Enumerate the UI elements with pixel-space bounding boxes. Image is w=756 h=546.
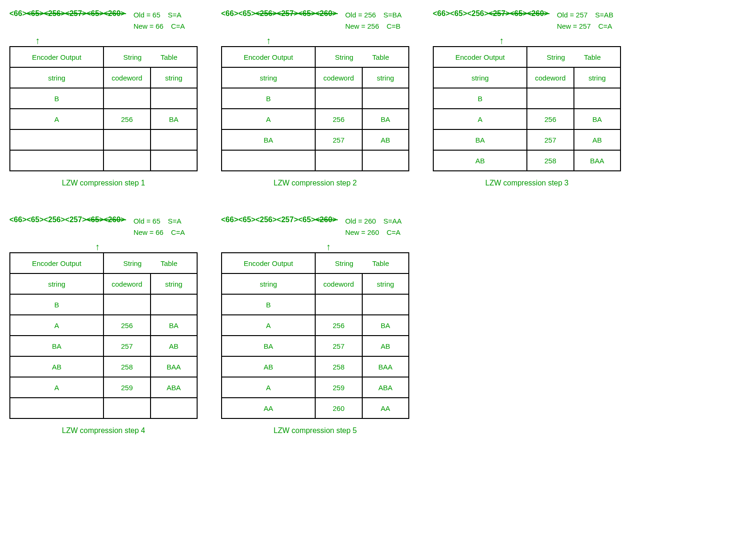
sub-codeword: codeword [527,67,574,88]
encoded-tokens: <66><65><256><257><65><260> [9,216,125,224]
codes-line: <66><65><256><257><65><260>Old = 256S=BA… [221,9,409,32]
cell-codeword [103,129,151,150]
step-table: Encoder OutputStringTablestringcodewords… [221,252,409,419]
table-row: BA257AB [10,336,197,356]
table-row: BA257AB [222,129,409,150]
cell-codeword: 257 [315,336,362,356]
cell-out: BA [10,336,103,356]
token-2: <256> [44,216,65,224]
table-row [222,150,409,171]
token-5: <260> [103,9,125,18]
encoded-tokens: <66><65><256><257><65><260> [221,216,337,224]
panel-step-3: <66><65><256><257><65><260>Old = 257S=AB… [433,9,621,187]
cell-out: B [433,88,527,109]
panel-step-1: <66><65><256><257><65><260>Old = 65S=ANe… [9,9,198,187]
sub-string2: string [151,67,198,88]
cell-codeword: 260 [315,398,362,418]
cell-out: BA [222,336,315,356]
cell-string: BA [362,315,409,336]
token-4: <65> [87,9,103,18]
cell-string [151,294,198,315]
token-1: <65> [26,9,43,18]
token-4: <65> [298,216,315,224]
cell-string [362,88,409,109]
sub-codeword: codeword [315,273,362,294]
token-5: <260> [315,216,336,224]
sub-codeword: codeword [315,67,362,88]
cell-string [574,88,621,109]
table-row: A256BA [433,109,621,129]
sub-string2: string [151,273,198,294]
table-row: A256BA [222,109,409,129]
table-row [10,129,197,150]
step-table: Encoder OutputStringTablestringcodewords… [433,46,621,171]
token-5: <260> [315,9,336,18]
cell-codeword: 258 [315,356,362,377]
cell-string [151,129,198,150]
old-value: Old = 260 [345,217,376,225]
side-info: Old = 260S=AANew = 260C=A [345,216,402,238]
token-1: <65> [238,216,255,224]
th-encoder-output: Encoder Output [222,253,315,273]
cell-codeword [527,88,574,109]
new-value: New = 66 [134,228,164,236]
token-5: <260> [527,9,548,18]
cell-string: AB [151,336,198,356]
cell-out: AB [10,356,103,377]
encoded-tokens: <66><65><256><257><65><260> [433,9,549,18]
table-row: B [222,294,409,315]
cell-string: BAA [151,356,198,377]
cell-out: A [222,315,315,336]
table-row: B [222,88,409,109]
token-0: <66> [9,216,26,224]
s-value: S=BA [383,11,402,19]
token-0: <66> [9,9,26,18]
th-string-table: StringTable [103,253,197,273]
table-row [10,398,197,418]
old-value: Old = 257 [557,11,588,19]
th-encoder-output: Encoder Output [222,47,315,67]
th-encoder-output: Encoder Output [433,47,527,67]
cell-out [10,150,103,171]
codes-line: <66><65><256><257><65><260>Old = 257S=AB… [433,9,621,32]
cell-string [362,294,409,315]
cell-string: AB [362,129,409,150]
step-table: Encoder OutputStringTablestringcodewords… [9,252,198,419]
old-value: Old = 256 [345,11,376,19]
cell-out: A [10,377,103,398]
codes-line: <66><65><256><257><65><260>Old = 260S=AA… [221,216,409,238]
s-value: S=A [168,217,182,225]
c-value: C=A [598,22,613,30]
table-row: A259ABA [10,377,197,398]
token-3: <257> [277,216,298,224]
c-value: C=A [387,228,401,236]
side-info: Old = 65S=ANew = 66C=A [134,216,185,238]
codes-line: <66><65><256><257><65><260>Old = 65S=ANe… [9,9,198,32]
cell-codeword: 256 [527,109,574,129]
cell-out [222,150,315,171]
token-3: <257> [488,9,509,18]
cell-codeword [315,294,362,315]
cell-codeword: 259 [103,377,151,398]
encoded-tokens: <66><65><256><257><65><260> [221,9,337,18]
arrow-up-icon: ↑ [499,36,504,45]
token-5: <260> [103,216,125,224]
cell-codeword [315,150,362,171]
cell-codeword: 257 [527,129,574,150]
cell-codeword: 256 [315,315,362,336]
cell-out: A [222,109,315,129]
arrow-up-icon: ↑ [326,242,331,251]
table-row: AB258BAA [433,150,621,171]
th-string-table: StringTable [527,47,621,67]
table-row: B [433,88,621,109]
encoded-tokens: <66><65><256><257><65><260> [9,9,125,18]
cell-out [10,129,103,150]
cell-codeword: 258 [103,356,151,377]
token-1: <65> [238,9,255,18]
cell-string: BAA [574,150,621,171]
cell-out: BA [433,129,527,150]
sub-codeword: codeword [103,67,151,88]
caption: LZW compression step 1 [9,179,198,187]
cell-string [151,88,198,109]
cell-string: ABA [151,377,198,398]
